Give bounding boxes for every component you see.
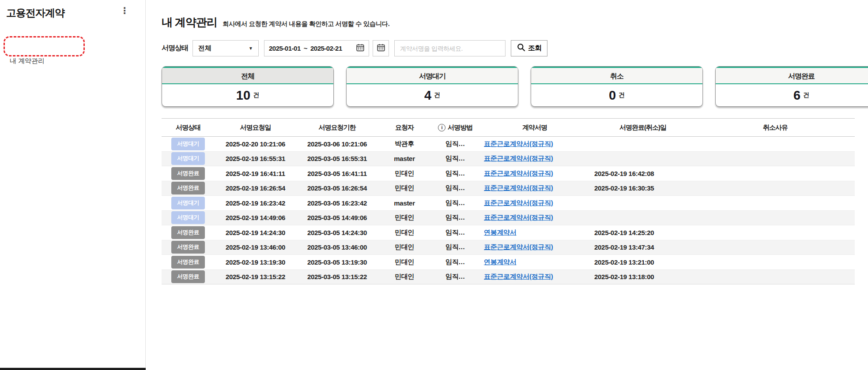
contracts-table: 서명상태 서명요청일 서명요청기한 요청자 i 서명방법 계약서명 서명완료(취…: [162, 118, 855, 284]
date-end: 2025-02-21: [310, 45, 342, 52]
requested-date: 2025-02-19 14:49:06: [215, 214, 296, 221]
col-header-completed: 서명완료(취소)일: [590, 123, 696, 132]
requested-date: 2025-02-19 13:46:00: [215, 243, 296, 251]
card-canceled[interactable]: 취소 0건: [531, 66, 703, 107]
card-completed-unit: 건: [803, 91, 809, 99]
deadline-date: 2025-03-05 14:24:30: [296, 229, 378, 236]
status-badge: 서명대기: [171, 197, 205, 209]
col-header-deadline: 서명요청기한: [296, 123, 378, 132]
table-row: 서명완료 2025-02-19 13:46:00 2025-03-05 13:4…: [162, 240, 855, 255]
card-completed[interactable]: 서명완료 6건: [715, 66, 868, 107]
sign-method: 임직…: [431, 184, 479, 192]
completed-date: 2025-02-19 16:30:35: [590, 184, 696, 192]
table-body: 서명대기 2025-02-20 10:21:06 2025-03-06 10:2…: [162, 137, 855, 284]
sign-method: 임직…: [431, 258, 479, 266]
status-badge: 서명완료: [171, 270, 205, 283]
table-row: 서명완료 2025-02-19 16:41:11 2025-03-05 16:4…: [162, 166, 855, 181]
search-button-label: 조회: [528, 44, 541, 53]
chevron-down-icon: ▼: [249, 46, 253, 51]
table-row: 서명대기 2025-02-19 16:23:42 2025-03-05 16:2…: [162, 196, 855, 211]
deadline-date: 2025-03-05 16:23:42: [296, 199, 378, 207]
status-badge: 서명완료: [171, 167, 205, 180]
contract-link[interactable]: 연봉계약서: [484, 258, 517, 265]
sign-method: 임직…: [431, 199, 479, 207]
card-waiting-label: 서명대기: [347, 67, 518, 84]
sidebar-bottom-edge: [0, 368, 146, 370]
requester-name: 민대인: [378, 169, 431, 178]
contract-link[interactable]: 표준근로계약서(정규직): [484, 140, 553, 147]
deadline-date: 2025-03-06 10:21:06: [296, 140, 378, 148]
contract-link[interactable]: 표준근로계약서(정규직): [484, 199, 553, 206]
contract-link[interactable]: 표준근로계약서(정규직): [484, 243, 553, 250]
filter-bar: 서명상태 전체 ▼ 2025-01-01 ~ 2025-02-21: [162, 40, 868, 56]
contract-link[interactable]: 표준근로계약서(정규직): [484, 154, 553, 162]
date-separator: ~: [304, 45, 307, 52]
card-total-unit: 건: [253, 91, 259, 99]
requester-name: 민대인: [378, 273, 431, 281]
table-row: 서명완료 2025-02-19 14:24:30 2025-03-05 14:2…: [162, 225, 855, 240]
contract-link[interactable]: 표준근로계약서(정규직): [484, 169, 553, 177]
card-total[interactable]: 전체 10건: [162, 66, 334, 107]
status-select-value: 전체: [198, 44, 211, 52]
col-header-cancel-reason: 취소사유: [696, 123, 855, 132]
sign-method: 임직…: [431, 169, 479, 178]
deadline-date: 2025-03-05 13:46:00: [296, 243, 378, 251]
summary-cards: 전체 10건 서명대기 4건 취소 0건 서명완료 6건: [162, 66, 868, 107]
status-select[interactable]: 전체 ▼: [192, 40, 259, 56]
completed-date: 2025-02-19 16:42:08: [590, 170, 696, 177]
sign-method: 임직…: [431, 213, 479, 222]
status-badge: 서명완료: [171, 182, 205, 194]
requested-date: 2025-02-19 16:26:54: [215, 184, 296, 192]
completed-date: 2025-02-19 13:18:00: [590, 273, 696, 280]
requested-date: 2025-02-19 13:19:30: [215, 258, 296, 266]
table-row: 서명완료 2025-02-19 16:26:54 2025-03-05 16:2…: [162, 181, 855, 196]
contract-link[interactable]: 표준근로계약서(정규직): [484, 184, 553, 191]
status-badge: 서명완료: [171, 226, 205, 239]
requested-date: 2025-02-19 16:41:11: [215, 170, 296, 177]
sign-method: 임직…: [431, 273, 479, 281]
status-badge: 서명완료: [171, 256, 205, 269]
status-badge: 서명완료: [171, 241, 205, 254]
requester-name: 민대인: [378, 228, 431, 237]
completed-date: 2025-02-19 13:47:34: [590, 243, 696, 251]
table-header-row: 서명상태 서명요청일 서명요청기한 요청자 i 서명방법 계약서명 서명완료(취…: [162, 118, 855, 137]
contract-link[interactable]: 표준근로계약서(정규직): [484, 213, 553, 221]
table-row: 서명대기 2025-02-19 16:55:31 2025-03-05 16:5…: [162, 152, 855, 167]
deadline-date: 2025-03-05 13:19:30: [296, 258, 378, 266]
requester-name: 민대인: [378, 258, 431, 266]
page-title: 내 계약관리: [162, 15, 217, 30]
main-content: 내 계약관리 회사에서 요청한 계약서 내용을 확인하고 서명할 수 있습니다.…: [146, 0, 868, 370]
calendar-button[interactable]: [373, 40, 389, 56]
requester-name: 박관후: [378, 140, 431, 148]
requested-date: 2025-02-19 16:23:42: [215, 199, 296, 207]
sign-method: 임직…: [431, 140, 479, 148]
search-button[interactable]: 조회: [511, 40, 547, 56]
deadline-date: 2025-03-05 14:49:06: [296, 214, 378, 221]
col-header-requested: 서명요청일: [215, 123, 296, 132]
sidebar-item-my-contracts[interactable]: 내 계약관리: [0, 54, 145, 67]
card-total-value: 10: [236, 88, 250, 103]
calendar-icon: [377, 44, 385, 53]
status-badge: 서명대기: [171, 152, 205, 165]
requested-date: 2025-02-19 14:24:30: [215, 229, 296, 236]
card-waiting[interactable]: 서명대기 4건: [346, 66, 518, 107]
deadline-date: 2025-03-05 16:26:54: [296, 184, 378, 192]
date-range-picker[interactable]: 2025-01-01 ~ 2025-02-21: [264, 40, 369, 56]
col-header-contract: 계약서명: [479, 123, 590, 132]
contract-link[interactable]: 연봉계약서: [484, 228, 517, 236]
table-row: 서명대기 2025-02-20 10:21:06 2025-03-06 10:2…: [162, 137, 855, 152]
contract-link[interactable]: 표준근로계약서(정규직): [484, 273, 553, 280]
requested-date: 2025-02-20 10:21:06: [215, 140, 296, 148]
card-canceled-unit: 건: [619, 91, 625, 99]
completed-date: 2025-02-19 13:21:00: [590, 258, 696, 266]
card-canceled-value: 0: [609, 88, 616, 103]
info-icon[interactable]: i: [438, 124, 445, 131]
status-badge: 서명대기: [171, 138, 205, 150]
deadline-date: 2025-03-05 16:41:11: [296, 170, 378, 177]
kebab-menu-icon[interactable]: ⋮: [120, 6, 129, 15]
requester-name: 민대인: [378, 213, 431, 222]
table-row: 서명완료 2025-02-19 13:19:30 2025-03-05 13:1…: [162, 255, 855, 270]
contract-search-input[interactable]: [394, 40, 506, 56]
sign-method: 임직…: [431, 243, 479, 251]
card-waiting-value: 4: [424, 88, 431, 103]
